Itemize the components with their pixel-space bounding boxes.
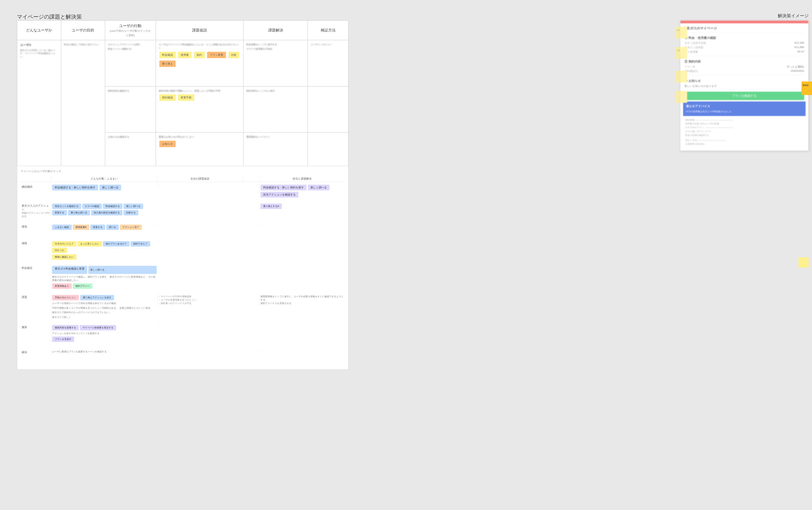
flow-sol-3 xyxy=(260,224,345,225)
flow-hypo-6-text: ・マイページのTOPが情報過多・ユーザが必要情報を見つけにくい・契約者へのアドバ… xyxy=(158,295,242,305)
panel-blue-section: 省エネアドバイス 今月の使用量は先月より5%削減されました xyxy=(683,101,806,116)
flow-sol-6: 最重要情報をトップに表示し、ユーザが必要な情報をすぐに確認できるようにする。節約… xyxy=(260,294,345,306)
flow-col-solution: 担当と課題解決 xyxy=(260,176,345,182)
flow-hypo-3 xyxy=(157,224,243,225)
col-header-user: どんなユーザか xyxy=(17,21,61,40)
flow-header-note: マイページのユーザ行動スケッチ xyxy=(21,169,345,173)
panel-field-2b: 契約開始日 2020/04/01 xyxy=(684,69,804,73)
flow-row-4: 感情 今月ガスいくら？ もっと安くしたい 他のプランあるの？ 節約できた？ 分か… xyxy=(21,240,345,260)
flow-item-7d: プランを見直す xyxy=(52,337,74,342)
panel-section-3-title: ③ お知らせ xyxy=(684,79,804,83)
flow-row-6: 課題 手順が分かりにくい 乗り換えアクションを促す ユーザーが現状のページで求め… xyxy=(21,294,345,320)
flow-item-4a: 今月ガスいくら？ xyxy=(52,241,76,247)
main-table: どんなユーザか ユーザの目的 ユーザの行動 (miro下部のユーザ行動スケッチか… xyxy=(17,20,348,179)
table-cell-hypothesis-1a: ユーザはマイページで料金確認をしたいが、どこに情報があるか分かりにくい 料金確認… xyxy=(156,40,244,87)
flow-item-2b: エラーの確認 xyxy=(82,204,102,209)
panel-field-1c: ガス使用量 35 m³ xyxy=(684,50,804,54)
col-header-action-sub: (miro下部のユーザ行動スケッチから算粋) xyxy=(110,29,151,37)
sticky-right-1: 要確認 xyxy=(802,82,812,95)
flow-measure-row1: 施策内容を提案する マイページ改善案を策定する xyxy=(52,325,157,330)
flow-sol-2a: 乗り換えするA xyxy=(261,204,282,209)
panel-section-1: ① 料金・使用量の確認 当月ご請求予定額 ¥12,345 先月のご請求額 ¥11… xyxy=(683,34,806,56)
flow-row-8: 確信 ユーザに最適なプランを提案するページを確認する xyxy=(21,349,345,361)
note-orange-1: プラン変更 xyxy=(207,52,226,58)
flow-item-6d: TOPの情報が多くユーザが情報を見つけにくい可能性がある。 xyxy=(52,306,118,310)
flow-col-label xyxy=(21,176,51,182)
flow-label-2: 東京ガス上のアクション 初後のアクションユーザの生活 xyxy=(21,203,51,219)
flow-hypo-1 xyxy=(157,184,243,185)
flow-item-6g: 東京ガスで新しく xyxy=(52,316,157,319)
flow-label-1: 継続継続 xyxy=(21,184,51,190)
flow-row-3: 環境 ふるまい確認 環境要素B 変更する 調べる アクション完了 xyxy=(21,224,345,236)
flow-item-2g: 加入後の状況を確認する xyxy=(91,210,122,215)
flow-item-1b: 新しく調べる xyxy=(99,185,121,190)
flow-col-sep xyxy=(243,176,260,182)
flow-col-action: どんな行動・ふるまい xyxy=(51,176,157,182)
flow-sol-5 xyxy=(260,265,345,266)
flow-content-8: ユーザに最適なプランを提案するページを確認する xyxy=(51,349,157,354)
flow-item-2e: 変更する xyxy=(52,210,67,215)
panel-section-2-title: ② 契約内容 xyxy=(684,60,804,64)
flow-hypo-2 xyxy=(157,203,243,204)
flow-item-6f: 東京ガスで契約中の人へのアドバイスができていない。 xyxy=(52,311,111,314)
right-panel-title: 解決策イメージ xyxy=(778,13,809,19)
table-cell-solution-1a: 料金情報をトップに表示する グラフで使用量を可視化 xyxy=(244,40,308,87)
hypothesis-content-1b: 契約内容が複雑で理解しにくい。変更したいが手順が不明 xyxy=(159,89,241,93)
panel-section-misc1: 支払い方法 ———————————— xyxy=(685,138,804,142)
note-yellow-2: 使用量 xyxy=(178,52,191,58)
col-header-verify: 検証方法 xyxy=(308,21,348,40)
flow-sol-1b: 新しく調べる xyxy=(308,185,330,190)
flow-item-5c: 東京ガスのマイページで確認し、節約プランを探す。 東京ガスのページに変更情報あり… xyxy=(52,275,157,282)
flow-section: マイページのユーザ行動スケッチ どんな行動・ふるまい 左右の課題仮説 担当と課題… xyxy=(17,166,348,370)
panel-field-1a: 当月ご請求予定額 ¥12,345 xyxy=(684,41,804,45)
flow-hypo-4 xyxy=(157,240,243,242)
flow-sol-2: 乗り換えするA xyxy=(260,203,345,210)
flow-content-1: 料金確認する・新しい契約を探す 新しく調べる xyxy=(51,184,157,191)
flow-sol-1c: 担当アクションを確認する xyxy=(261,192,298,198)
flow-item-7a: 施策内容を提案する xyxy=(52,325,79,330)
flow-item-5e: 節約プランへ xyxy=(73,283,92,289)
main-table-container: どんなユーザか ユーザの目的 ユーザの行動 (miro下部のユーザ行動スケッチか… xyxy=(17,20,348,179)
panel-label-2a: プラン名 xyxy=(684,65,695,69)
panel-cta-button[interactable]: プランを確認する xyxy=(684,92,804,100)
sticky-left-2: メモ xyxy=(675,47,687,59)
flow-item-3d: 調べる xyxy=(106,225,119,230)
panel-header-bar xyxy=(680,21,808,23)
hypothesis-notes-1b: 契約確認 変更手順 xyxy=(159,94,241,101)
flow-hypo-5 xyxy=(157,265,243,266)
flow-item-4e: 分かった xyxy=(52,248,67,253)
flow-item-4f: 簡単に確認したい xyxy=(52,254,76,260)
user-cell-content: ユーザA 東京ガスを利用している一般ユーザ。マイページで料金確認をしたい。 xyxy=(20,43,58,59)
note-yellow-3: 節約 xyxy=(194,52,205,58)
col-header-solution: 課題解決 xyxy=(244,21,308,40)
panel-blue-content: 今月の使用量は先月より5%削減されました xyxy=(686,110,803,113)
flow-plan-actions: 変更情報あり 節約プランへ xyxy=(52,283,157,289)
table-cell-action-1a: ログインしてマイページを開く 料金ページへ移動する xyxy=(105,40,156,87)
panel-field-1b: 先月のご請求額 ¥11,890 xyxy=(684,46,804,49)
panel-section-2: ② 契約内容 プラン名 ずっとも電気1 契約開始日 2020/04/01 xyxy=(683,58,806,75)
panel-additional-section: 支払い方法 ———————————— 口座振替 設定済み xyxy=(685,138,804,146)
panel-field-2a: プラン名 ずっとも電気1 xyxy=(684,65,804,69)
action-content-1b: 契約内容を確認する xyxy=(108,89,153,93)
flow-item-2f: 乗り換え調べる xyxy=(68,210,90,215)
flow-item-3e: アクション完了 xyxy=(120,225,142,230)
flow-sol-6-text: 最重要情報をトップに表示し、ユーザが必要な情報をすぐに確認できるようにする。節約… xyxy=(261,295,344,305)
flow-item-6e: 必要な情報がとりにくい状況。 xyxy=(119,306,153,310)
goal-cell-content: 料金を確認して節約に役立てたい xyxy=(64,43,102,46)
flow-label-5: 料金確定 xyxy=(21,265,51,271)
flow-item-6b: 乗り換えアクションを促す xyxy=(80,295,114,300)
panel-label-1a: 当月ご請求予定額 xyxy=(684,41,706,45)
sticky-left-2-text: メモ xyxy=(676,49,680,51)
flow-item-2a: 現在セットを確認する xyxy=(52,204,81,209)
flow-label-7: 施策 xyxy=(21,324,51,330)
note-yellow-4: 比較 xyxy=(228,52,239,58)
flow-label-2b: 初後のアクションユーザの生活 xyxy=(22,211,50,218)
flow-label-3: 環境 xyxy=(21,224,51,230)
panel-additional-row3: おすすめのプラン ———————————— xyxy=(685,125,804,129)
flow-item-5b-text: 新しく調べる xyxy=(90,268,105,272)
flow-row-1: 継続継続 料金確認する・新しい契約を探す 新しく調べる 料金確認する・新しい契約… xyxy=(21,184,345,198)
sticky-left-1: メモ xyxy=(675,27,687,39)
flow-label-4: 感情 xyxy=(21,240,51,246)
panel-section-1-title: ① 料金・使用量の確認 xyxy=(684,36,804,40)
flow-sol-7 xyxy=(260,324,345,326)
